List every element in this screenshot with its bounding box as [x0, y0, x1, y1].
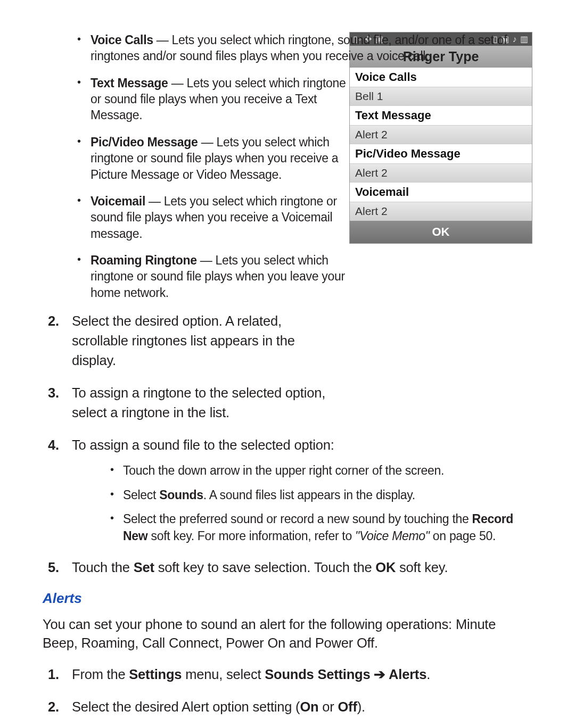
term: Roaming Ringtone: [91, 253, 197, 267]
phone-row-label: Text Message: [350, 106, 532, 125]
term: Pic/Video Message: [91, 135, 198, 149]
phone-row-value: Alert 2: [350, 202, 532, 221]
phone-row: Voice Calls Bell 1: [350, 68, 532, 106]
bullet-voicemail: Voicemail — Lets you select which ringto…: [43, 193, 351, 242]
phone-ok-softkey: OK: [350, 221, 532, 243]
phone-row-value: Alert 2: [350, 125, 532, 144]
alerts-intro: You can set your phone to sound an alert…: [43, 615, 532, 653]
term: Text Message: [91, 76, 168, 90]
phone-row: Text Message Alert 2: [350, 106, 532, 144]
bullet-pic-video-message: Pic/Video Message — Lets you select whic…: [43, 134, 351, 183]
phone-row-value: Bell 1: [350, 87, 532, 106]
phone-row: Voicemail Alert 2: [350, 183, 532, 221]
step-4: 4.To assign a sound file to the selected…: [43, 435, 532, 545]
bullet-text-message: Text Message — Lets you select which rin…: [43, 75, 351, 123]
term: Voice Calls: [91, 33, 153, 47]
steps-ringer: 2.Select the desired option. A related, …: [43, 311, 532, 577]
phone-row: Pic/Video Message Alert 2: [350, 144, 532, 183]
alerts-step-2: 2.Select the desired Alert option settin…: [43, 697, 532, 717]
steps-alerts: 1.From the Settings menu, select Sounds …: [43, 665, 532, 728]
phone-row-label: Pic/Video Message: [350, 144, 532, 163]
step-2: 2.Select the desired option. A related, …: [43, 311, 333, 370]
phone-row-label: Voice Calls: [350, 68, 532, 87]
bullet-roaming-ringtone: Roaming Ringtone — Lets you select which…: [43, 252, 351, 301]
phone-row-label: Voicemail: [350, 183, 532, 202]
sub-bullet: Touch the down arrow in the upper right …: [72, 462, 532, 479]
step-4-subs: Touch the down arrow in the upper right …: [72, 462, 532, 545]
term: Voicemail: [91, 194, 145, 208]
desc: — Lets you select which ringtone, sound …: [91, 33, 507, 63]
step-5: 5.Touch the Set soft key to save selecti…: [43, 558, 532, 577]
sub-bullet: Select Sounds. A sound files list appear…: [72, 487, 532, 504]
alerts-step-1: 1.From the Settings menu, select Sounds …: [43, 665, 532, 684]
section-heading-alerts: Alerts: [43, 590, 532, 607]
bullet-voice-calls: Voice Calls — Lets you select which ring…: [43, 32, 532, 64]
step-3: 3.To assign a ringtone to the selected o…: [43, 383, 333, 423]
phone-row-value: Alert 2: [350, 163, 532, 183]
sub-bullet: Select the preferred sound or record a n…: [72, 511, 532, 544]
